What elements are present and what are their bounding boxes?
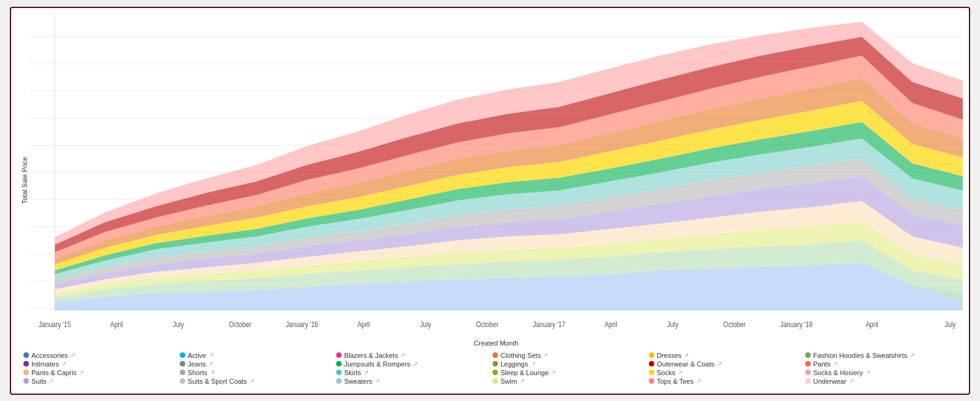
legend-dot-intimates <box>23 361 29 367</box>
legend-label-suits-sport-coats: Suits & Sport Coats <box>188 378 247 385</box>
legend-label-intimates: Intimates <box>31 360 59 368</box>
legend-dot-socks-hosiery <box>805 370 811 375</box>
legend-item-socks-hosiery: Socks & Hosiery ↗ <box>805 369 957 376</box>
legend-label-shorts: Shorts <box>188 369 207 376</box>
chart-container: Total Sale Price $0.00 <box>10 7 970 395</box>
legend-label-socks: Socks <box>657 369 675 376</box>
legend-label-jumpsuits: Jumpsuits & Rompers <box>344 360 411 368</box>
legend-item-sweaters: Sweaters ↗ <box>336 378 488 385</box>
legend-item-clothing-sets: Clothing Sets ↗ <box>492 352 644 359</box>
legend-label-jeans: Jeans <box>188 360 206 368</box>
legend-item-underwear: Underwear ↗ <box>805 378 957 385</box>
legend-item-jeans: Jeans ↗ <box>180 360 331 368</box>
legend-dot-socks <box>649 370 654 375</box>
legend-label-blazers: Blazers & Jackets <box>344 352 398 359</box>
legend-dot-pants-capris <box>23 370 29 375</box>
svg-text:April: April <box>358 320 370 328</box>
legend-dot-accessories <box>23 352 29 358</box>
legend-label-active: Active <box>188 352 206 359</box>
legend-item-skirts: Skirts ↗ <box>336 369 488 376</box>
svg-text:January '18: January '18 <box>780 320 813 328</box>
legend-label-outerwear: Outerwear & Coats <box>657 360 715 368</box>
legend-label-pants: Pants <box>813 360 830 368</box>
legend-dot-swim <box>492 378 498 384</box>
legend-dot-jeans <box>180 361 185 367</box>
chart-area: Total Sale Price $0.00 <box>17 14 963 347</box>
legend-item-dresses: Dresses ↗ <box>649 352 800 359</box>
legend-item-shorts: Shorts ↗ <box>180 369 331 376</box>
svg-text:April: April <box>604 320 617 328</box>
legend-dot-dresses <box>649 352 654 358</box>
legend-item-suits-sport-coats: Suits & Sport Coats ↗ <box>180 378 331 385</box>
legend-item-blazers: Blazers & Jackets ↗ <box>336 352 488 359</box>
legend-label-underwear: Underwear <box>813 378 846 385</box>
legend-dot-tops-tees <box>649 378 654 384</box>
legend-item-jumpsuits: Jumpsuits & Rompers ↗ <box>336 360 488 368</box>
legend-dot-blazers <box>336 352 342 358</box>
svg-text:July: July <box>944 320 956 328</box>
legend-item-suits: Suits ↗ <box>23 378 175 385</box>
legend-label-sweaters: Sweaters <box>344 378 372 385</box>
svg-text:April: April <box>866 320 878 328</box>
legend-label-fashion-hoodies: Fashion Hoodies & Sweatshirts <box>813 352 907 359</box>
legend-dot-shorts <box>180 370 185 375</box>
legend-icon-accessories: ↗ <box>70 352 75 358</box>
svg-text:October: October <box>476 320 499 328</box>
legend-label-sleep-lounge: Sleep & Lounge <box>500 369 548 376</box>
legend-label-swim: Swim <box>500 378 517 385</box>
legend-dot-suits-sport-coats <box>180 378 185 384</box>
legend-item-pants-capris: Pants & Capris ↗ <box>23 369 175 376</box>
legend-item-accessories: Accessories ↗ <box>23 352 175 359</box>
svg-text:October: October <box>723 320 746 328</box>
legend-item-leggings: Leggings ↗ <box>492 360 644 368</box>
legend-item-intimates: Intimates ↗ <box>23 360 175 368</box>
legend-item-tops-tees: Tops & Tees ↗ <box>649 378 800 385</box>
legend-dot-skirts <box>336 370 342 375</box>
x-axis-label: Created Month <box>30 338 963 347</box>
legend-label-leggings: Leggings <box>500 360 528 368</box>
legend-dot-fashion-hoodies <box>805 352 811 358</box>
legend-label-tops-tees: Tops & Tees <box>657 378 694 385</box>
legend-dot-sweaters <box>336 378 342 384</box>
legend-label-skirts: Skirts <box>344 369 361 376</box>
legend-dot-sleep-lounge <box>492 370 498 375</box>
legend-dot-active <box>180 352 185 358</box>
svg-text:January '17: January '17 <box>533 320 566 328</box>
legend-dot-jumpsuits <box>336 361 342 367</box>
legend-item-socks: Socks ↗ <box>649 369 800 376</box>
legend-label-socks-hosiery: Socks & Hosiery <box>813 369 863 376</box>
legend-label-clothing-sets: Clothing Sets <box>500 352 540 359</box>
svg-text:October: October <box>229 320 252 328</box>
legend-item-pants: Pants ↗ <box>805 360 957 368</box>
legend-label-suits: Suits <box>31 378 46 385</box>
main-chart-svg: $0.00 $10,000.00 $20,000.00 $30,000.00 $… <box>30 14 963 338</box>
legend-dot-suits <box>23 378 29 384</box>
legend-label-dresses: Dresses <box>657 352 681 359</box>
legend-item-sleep-lounge: Sleep & Lounge ↗ <box>492 369 644 376</box>
svg-text:January '15: January '15 <box>39 320 71 328</box>
legend-dot-clothing-sets <box>492 352 498 358</box>
chart-legend: Accessories ↗ Active ↗ Blazers & Jackets… <box>17 347 963 387</box>
legend-item-active: Active ↗ <box>180 352 331 359</box>
legend-dot-underwear <box>805 378 811 384</box>
svg-text:April: April <box>110 320 122 328</box>
legend-item-fashion-hoodies: Fashion Hoodies & Sweatshirts ↗ <box>805 352 957 359</box>
chart-inner: $0.00 $10,000.00 $20,000.00 $30,000.00 $… <box>30 14 963 347</box>
legend-dot-pants <box>805 361 811 367</box>
svg-text:July: July <box>420 320 432 328</box>
svg-text:January '16: January '16 <box>286 320 318 328</box>
y-axis-label: Total Sale Price <box>17 14 30 347</box>
legend-dot-outerwear <box>649 361 654 367</box>
svg-text:July: July <box>667 320 679 328</box>
chart-svg-area: $0.00 $10,000.00 $20,000.00 $30,000.00 $… <box>30 14 963 338</box>
legend-item-swim: Swim ↗ <box>492 378 644 385</box>
legend-label-pants-capris: Pants & Capris <box>31 369 76 376</box>
svg-text:July: July <box>173 320 185 328</box>
legend-dot-leggings <box>492 361 498 367</box>
legend-label-accessories: Accessories <box>31 352 68 359</box>
legend-item-outerwear: Outerwear & Coats ↗ <box>649 360 800 368</box>
